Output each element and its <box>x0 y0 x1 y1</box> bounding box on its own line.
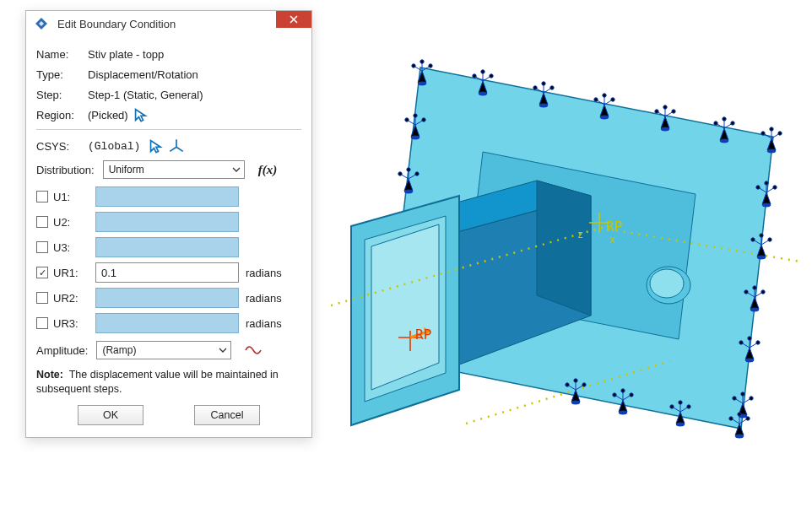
model-boss <box>647 267 690 304</box>
dof-row-u2: U2: <box>36 209 301 235</box>
name-label: Name: <box>36 48 83 61</box>
chevron-down-icon <box>214 344 227 357</box>
step-label: Step: <box>36 89 83 101</box>
csys-axes-icon <box>169 138 184 154</box>
ur1-checkbox[interactable] <box>36 267 48 278</box>
distribution-label: Distribution: <box>36 164 95 176</box>
u2-input[interactable] <box>95 212 239 232</box>
type-value: Displacement/Rotation <box>88 68 198 81</box>
region-pick-button[interactable] <box>133 107 149 122</box>
dof-row-ur1: UR1: 0.1 radians <box>36 260 301 285</box>
u1-label: U1: <box>53 191 70 203</box>
dof-row-ur2: UR2: radians <box>36 285 301 310</box>
note-text: The displacement value will be maintaine… <box>36 369 279 395</box>
note: Note: The displacement value will be mai… <box>36 368 301 397</box>
svg-point-5 <box>650 269 684 298</box>
distribution-dropdown[interactable]: Uniform <box>103 160 245 179</box>
ur3-unit: radians <box>246 317 291 330</box>
edit-boundary-condition-dialog: Edit Boundary Condition Name:Stiv plate … <box>25 10 312 438</box>
u1-input[interactable] <box>95 186 239 207</box>
abaqus-app-icon <box>34 16 49 31</box>
dof-row-u1: U1: <box>36 184 301 209</box>
dialog-titlebar[interactable]: Edit Boundary Condition <box>26 11 311 36</box>
u3-label: U3: <box>53 241 70 254</box>
dialog-title: Edit Boundary Condition <box>57 18 176 30</box>
model-viewport[interactable]: RP x z RP <box>331 27 800 489</box>
amplitude-label: Amplitude: <box>36 344 88 357</box>
csys-create-button[interactable] <box>169 138 184 154</box>
u2-checkbox[interactable] <box>36 216 48 228</box>
rp-label-top: RP <box>606 219 622 235</box>
step-value: Step-1 (Static, General) <box>88 89 203 101</box>
name-value: Stiv plate - topp <box>88 48 164 61</box>
note-label: Note: <box>36 369 63 381</box>
ur1-input-value: 0.1 <box>101 267 116 279</box>
fx-button[interactable]: f(x) <box>258 163 278 177</box>
cancel-button[interactable]: Cancel <box>194 405 260 425</box>
rp-label-front: RP <box>415 327 431 343</box>
dof-row-u3: U3: <box>36 235 301 260</box>
pick-arrow-icon <box>133 107 149 122</box>
ur3-input[interactable] <box>95 313 239 333</box>
ur2-label: UR2: <box>53 292 78 305</box>
amplitude-value: (Ramp) <box>102 344 136 356</box>
amplitude-dropdown[interactable]: (Ramp) <box>96 341 231 359</box>
dof-table: U1: U2: U3: UR1: <box>36 184 301 336</box>
pick-arrow-icon <box>149 138 164 154</box>
ur2-checkbox[interactable] <box>36 292 48 304</box>
model-front-flange <box>351 196 459 425</box>
u3-checkbox[interactable] <box>36 241 48 253</box>
ur2-unit: radians <box>246 292 291 305</box>
ur3-checkbox[interactable] <box>36 317 48 329</box>
close-icon <box>290 15 298 24</box>
ur2-input[interactable] <box>95 288 239 308</box>
axis-x-label: x <box>609 234 615 246</box>
amplitude-wave-icon <box>245 343 262 357</box>
csys-pick-button[interactable] <box>149 138 164 154</box>
distribution-value: Uniform <box>109 164 144 176</box>
u1-checkbox[interactable] <box>36 191 48 202</box>
region-label: Region: <box>36 109 83 122</box>
ur3-label: UR3: <box>53 317 78 330</box>
dof-row-ur3: UR3: radians <box>36 310 301 336</box>
ur1-unit: radians <box>246 267 291 279</box>
ur1-label: UR1: <box>53 267 78 279</box>
amplitude-create-button[interactable] <box>245 343 262 357</box>
close-button[interactable] <box>276 11 311 28</box>
axis-z-label: z <box>577 229 583 240</box>
region-value: (Picked) <box>88 109 128 122</box>
type-label: Type: <box>36 68 83 81</box>
csys-label: CSYS: <box>36 140 83 153</box>
ok-button[interactable]: OK <box>78 405 143 425</box>
ur1-input[interactable]: 0.1 <box>95 262 239 283</box>
u3-input[interactable] <box>95 237 239 257</box>
chevron-down-icon <box>227 164 241 176</box>
csys-value: (Global) <box>88 140 140 153</box>
u2-label: U2: <box>53 216 70 229</box>
